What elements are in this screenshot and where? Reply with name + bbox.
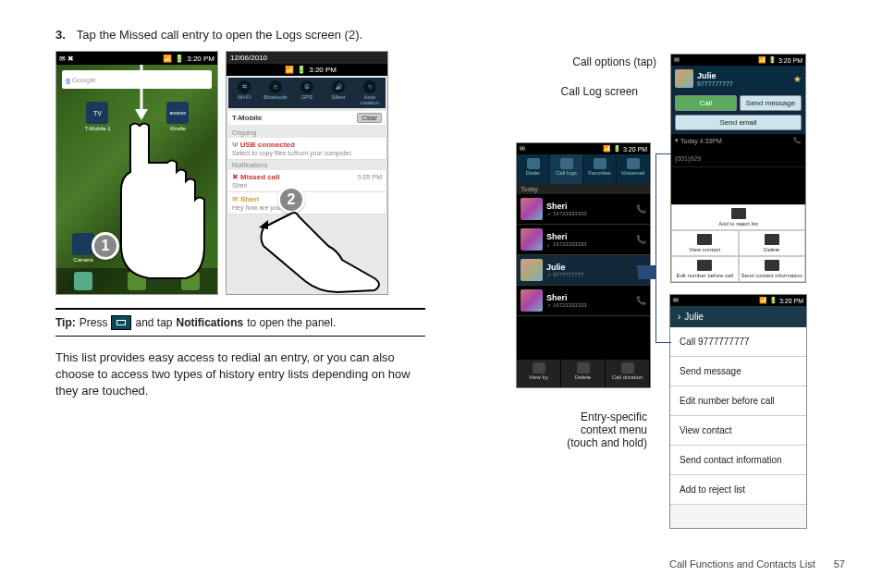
footer-section: Call Functions and Contacts List [669,558,815,570]
menu-view-contact[interactable]: View contact [670,416,806,446]
call-button[interactable]: Call [675,95,737,111]
send-contact-button[interactable]: Send contact information [739,256,806,282]
status-bar: ✉ 📶 🔋 3:20 PM [671,55,805,66]
tab-favorites[interactable]: Favorites [583,154,617,184]
call-log-entry[interactable]: Sheri ↗19723333333 📞 [517,194,650,225]
today-row[interactable]: ▾Today 4:33PM 📞 [671,134,805,147]
menu-send-message[interactable]: Send message [670,357,806,386]
tab-voicemail[interactable]: Voicemail [617,154,650,184]
label-call-options: Call options (tap) [536,55,656,68]
missed-call-notification[interactable]: ✖ Missed call 5:05 PM Sheri [228,170,386,192]
mail-icon: ✉ [673,297,679,304]
contact-header: Julie 9777777777 ★ [671,66,805,92]
tip-text: Notifications [177,316,244,329]
usb-icon: Ψ [232,141,239,149]
contact-avatar [521,259,543,281]
usb-notification[interactable]: Ψ USB connected Select to copy files to/… [228,138,386,160]
status-time: 3:20 PM [309,66,337,74]
call-log-entry[interactable]: Sheri ↗19723333333 📞 [517,286,650,316]
page-number: 57 [834,558,845,570]
step-text: Tap the Missed call entry to open the Lo… [77,28,362,42]
status-time: 3:20 PM [187,55,214,63]
call-log-entry[interactable]: Julie ↗9777777777 📞 [517,255,650,286]
signal-icon: 📶 [603,145,611,153]
phone-call-log: ✉ 📶 🔋 3:20 PM Dialer Call logs Favorites… [516,142,651,388]
menu-add-reject[interactable]: Add to reject list [670,475,806,505]
status-bar: 📶 🔋 3:20 PM [227,64,339,76]
section-notifications: Notifications [228,160,386,170]
phone-panel: 12/06/2010 📶 🔋 3:20 PM ⇆Wi-Fi BBluetooth… [226,51,388,295]
contact-avatar [675,69,693,88]
call-log-tabs: Dialer Call logs Favorites Voicemail [517,154,650,184]
battery-icon: 🔋 [613,145,621,153]
menu-edit-number[interactable]: Edit number before call [670,386,806,416]
signal-icon: 📶 [758,56,766,64]
send-message-button[interactable]: Send message [740,95,802,111]
chevron-down-icon: ▾ [675,137,679,144]
home-app-icon[interactable] [179,233,202,255]
dock-contacts-icon[interactable] [181,272,200,290]
mail-icon: ✉ [520,145,525,153]
edit-number-button[interactable]: Edit number before call [671,256,739,282]
bluetooth-toggle[interactable]: BBluetooth [260,80,291,105]
favorite-star-icon[interactable]: ★ [793,74,802,84]
incoming-arrow-icon: ↙ [546,241,551,248]
callout-badge-1: 1 [92,232,119,260]
message-icon: ✉ [232,195,239,203]
silent-toggle[interactable]: 🔊Silent [323,80,354,105]
status-bar: ✉✖ 📶 🔋 3:20 PM [56,52,217,65]
missed-call-icon: ✖ [232,173,239,181]
tab-call-logs[interactable]: Call logs [550,154,583,184]
call-duration-button[interactable]: Call duration [606,360,650,387]
quick-toggles: ⇆Wi-Fi BBluetooth ⦿GPS 🔊Silent ↻Auto rot… [228,78,386,108]
rotation-toggle[interactable]: ↻Auto rotation [354,80,386,105]
app-label: T-Mobile 1 [84,126,110,131]
body-paragraph: This list provides easy access to redial… [55,349,425,400]
contact-name: Julie [697,71,790,80]
message-notification[interactable]: ✉ Sheri Hey how are you [228,192,386,214]
call-icon: 📞 [793,137,802,144]
home-app-icon[interactable]: amazon [166,102,189,124]
delete-button[interactable]: Delete [561,360,606,387]
status-bar: ✉ 📶 🔋 3:20 PM [517,143,650,154]
contact-avatar [521,198,543,220]
status-bar: ✉ 📶 🔋 3:20 PM [670,295,806,306]
call-log-bottom-bar: View by Delete Call duration [517,360,650,387]
send-email-button[interactable]: Send email [675,115,802,130]
battery-icon: 🔋 [769,297,778,304]
signal-icon: 📶 [759,297,767,304]
menu-key-icon [111,315,131,330]
outgoing-arrow-icon: ↗ [546,211,551,217]
tip-label: Tip: [55,316,76,329]
menu-send-contact[interactable]: Send contact information [670,446,806,475]
home-app-icon[interactable]: TV [86,102,108,124]
call-button-icon[interactable]: 📞 [636,204,646,214]
view-contact-button[interactable]: View contact [671,230,739,256]
label-call-log: Call Log screen [527,85,638,98]
menu-call[interactable]: Call 9777777777 [670,327,806,357]
app-label: Kindle [170,126,186,131]
wifi-toggle[interactable]: ⇆Wi-Fi [228,80,260,105]
action-grid: Add to reject list View contact Delete E… [671,204,805,282]
contact-number: 9777777777 [697,80,790,87]
add-to-reject-button[interactable]: Add to reject list [671,204,805,230]
signal-icon: 📶 [163,55,172,63]
outgoing-arrow-icon: ↗ [546,302,551,309]
page-footer: Call Functions and Contacts List 57 [669,558,845,570]
call-button-icon[interactable]: 📞 [636,235,646,244]
contact-avatar [521,289,543,312]
phone-call-options: ✉ 📶 🔋 3:20 PM Julie 9777777777 ★ Call Se… [670,54,806,283]
view-by-button[interactable]: View by [517,360,561,387]
tab-dialer[interactable]: Dialer [517,154,550,184]
step-number: 3. [55,28,66,42]
dock [56,268,217,294]
clear-button[interactable]: Clear [357,113,382,123]
dock-phone-icon[interactable] [74,272,92,290]
call-button-icon[interactable]: 📞 [636,296,646,305]
search-bar[interactable]: g Google [62,70,212,89]
delete-button[interactable]: Delete [739,230,806,256]
home-app-icon[interactable] [126,233,148,255]
gps-toggle[interactable]: ⦿GPS [291,80,323,105]
dock-apps-icon[interactable] [128,272,146,290]
call-log-entry[interactable]: Sheri ↙19723333333 📞 [517,225,650,255]
